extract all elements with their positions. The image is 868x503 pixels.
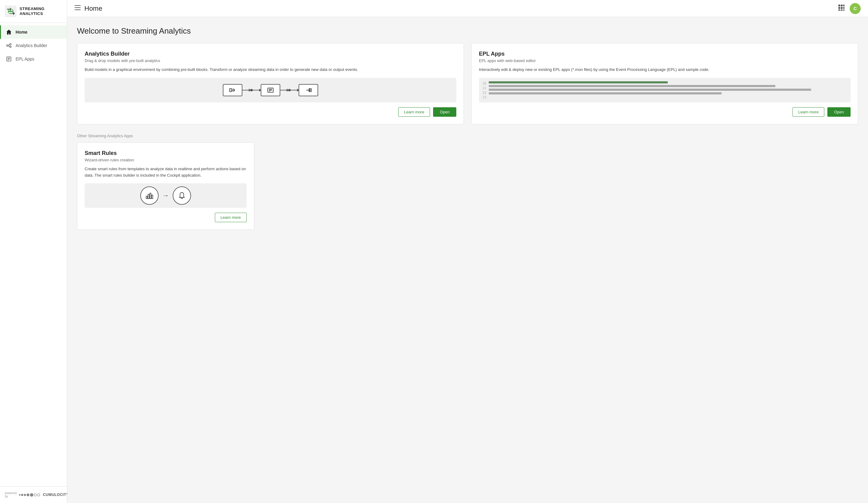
grid-icon[interactable]: [838, 4, 845, 12]
cumulocity-brand-label: CUMULOCITY: [43, 493, 69, 497]
svg-rect-18: [838, 4, 840, 7]
epl-apps-learn-more-button[interactable]: Learn more: [793, 107, 824, 117]
topbar-left: Home: [75, 4, 102, 12]
pipeline-input-block: [223, 84, 242, 96]
svg-rect-25: [841, 10, 843, 11]
page-title: Home: [84, 4, 102, 12]
analytics-builder-card-title: Analytics Builder: [85, 51, 456, 57]
svg-rect-36: [152, 195, 153, 199]
smart-rules-card-description: Create smart rules from templates to ana…: [85, 166, 247, 179]
smart-rules-diagram: →: [140, 186, 191, 205]
sidebar-item-epl-apps[interactable]: EPL Apps: [0, 52, 67, 66]
epl-line-number-21: 21: [483, 86, 486, 90]
analytics-builder-icon: [6, 42, 12, 49]
svg-line-10: [8, 46, 10, 46]
smart-rules-card-subtitle: Wizard-driven rules creation: [85, 158, 247, 162]
pipeline-arrow-1: [242, 90, 251, 91]
sidebar-footer: powered by CUMULOCITY: [0, 486, 67, 503]
analytics-builder-learn-more-button[interactable]: Learn more: [398, 107, 430, 117]
smart-rules-arrow: →: [162, 192, 169, 200]
epl-line-number-20: 20: [483, 82, 486, 85]
sidebar-item-analytics-builder[interactable]: Analytics Builder: [0, 39, 67, 52]
svg-point-8: [10, 46, 11, 48]
analytics-builder-card: Analytics Builder Drag & drop models wit…: [77, 43, 464, 124]
sidebar-item-home-label: Home: [16, 30, 28, 34]
smart-rules-card: Smart Rules Wizard-driven rules creation…: [77, 143, 254, 230]
epl-line-number-22: 22: [483, 91, 486, 94]
epl-apps-card-actions: Learn more Open: [479, 107, 850, 117]
epl-code-line-4: [489, 92, 722, 94]
welcome-title: Welcome to Streaming Analytics: [77, 26, 858, 36]
epl-code-line-3: [489, 88, 811, 91]
svg-line-9: [8, 45, 10, 45]
svg-rect-19: [841, 4, 843, 7]
epl-apps-card: EPL Apps EPL apps with web-based editor …: [471, 43, 858, 124]
svg-rect-22: [841, 7, 843, 9]
pipeline-process-block: [261, 84, 280, 96]
sidebar-item-analytics-builder-label: Analytics Builder: [16, 43, 48, 48]
streaming-analytics-logo-icon: [5, 6, 17, 17]
svg-rect-34: [148, 195, 149, 199]
svg-rect-24: [838, 10, 840, 11]
svg-rect-21: [838, 7, 840, 9]
main-area: Home C Welcome to Streaming Analyt: [67, 0, 868, 503]
svg-point-6: [7, 45, 8, 46]
smart-rules-bell-icon: [173, 186, 191, 205]
user-avatar[interactable]: C: [850, 3, 861, 14]
sidebar: STREAMING ANALYTICS Home Analytics Build…: [0, 0, 67, 503]
topbar-right: C: [838, 3, 861, 14]
svg-rect-26: [843, 10, 845, 11]
smart-rules-chart-icon: [140, 186, 159, 205]
powered-by-text: powered by: [5, 491, 17, 498]
pipeline-arrow-2: [252, 90, 261, 91]
svg-rect-16: [75, 7, 81, 8]
svg-rect-35: [150, 193, 151, 199]
svg-rect-20: [843, 4, 845, 7]
epl-apps-card-description: Interactively edit & deploy new or exist…: [479, 66, 850, 73]
epl-code-line-1: [489, 81, 668, 83]
content-area: Welcome to Streaming Analytics Analytics…: [67, 17, 868, 503]
pipeline-output-block: [299, 84, 318, 96]
svg-point-7: [10, 44, 11, 45]
analytics-builder-open-button[interactable]: Open: [433, 107, 456, 117]
app-name: STREAMING ANALYTICS: [20, 7, 45, 16]
sidebar-item-home[interactable]: Home: [0, 25, 67, 39]
sidebar-navigation: Home Analytics Builder EPL Apps: [0, 23, 67, 486]
epl-apps-card-image: 20 21 22 23: [479, 78, 850, 102]
smart-rules-learn-more-button[interactable]: Learn more: [215, 213, 247, 222]
epl-apps-card-subtitle: EPL apps with web-based editor: [479, 59, 850, 63]
analytics-builder-card-actions: Learn more Open: [85, 107, 456, 117]
other-cards-row: Smart Rules Wizard-driven rules creation…: [77, 143, 858, 230]
cumulocity-icon: [19, 493, 40, 496]
epl-apps-card-title: EPL Apps: [479, 51, 850, 57]
topbar: Home C: [67, 0, 868, 17]
analytics-builder-card-subtitle: Drag & drop models with pre-built analyt…: [85, 59, 456, 63]
pipeline-arrow-3: [280, 90, 289, 91]
hamburger-icon[interactable]: [75, 5, 81, 12]
analytics-builder-card-image: [85, 78, 456, 102]
other-section-label: Other Streaming Analytics Apps: [77, 134, 858, 138]
svg-point-5: [10, 10, 12, 12]
app-logo: STREAMING ANALYTICS: [0, 0, 67, 23]
analytics-builder-card-description: Build models in a graphical environment …: [85, 66, 456, 73]
pipeline-arrow-4: [290, 90, 299, 91]
sidebar-item-epl-apps-label: EPL Apps: [16, 56, 34, 61]
svg-rect-17: [75, 10, 81, 10]
epl-apps-open-button[interactable]: Open: [827, 107, 850, 117]
svg-rect-15: [75, 5, 81, 6]
smart-rules-card-title: Smart Rules: [85, 150, 247, 156]
main-cards-row: Analytics Builder Drag & drop models wit…: [77, 43, 858, 124]
smart-rules-card-image: →: [85, 184, 247, 208]
pipeline-diagram: [223, 84, 318, 96]
home-icon: [6, 29, 12, 35]
smart-rules-card-actions: Learn more: [85, 213, 247, 222]
svg-rect-23: [843, 7, 845, 9]
cumulocity-logo: CUMULOCITY: [19, 493, 69, 497]
epl-code-line-2: [489, 85, 775, 87]
epl-line-number-23: 23: [483, 96, 486, 99]
svg-rect-33: [146, 196, 147, 199]
epl-apps-icon: [6, 56, 12, 62]
